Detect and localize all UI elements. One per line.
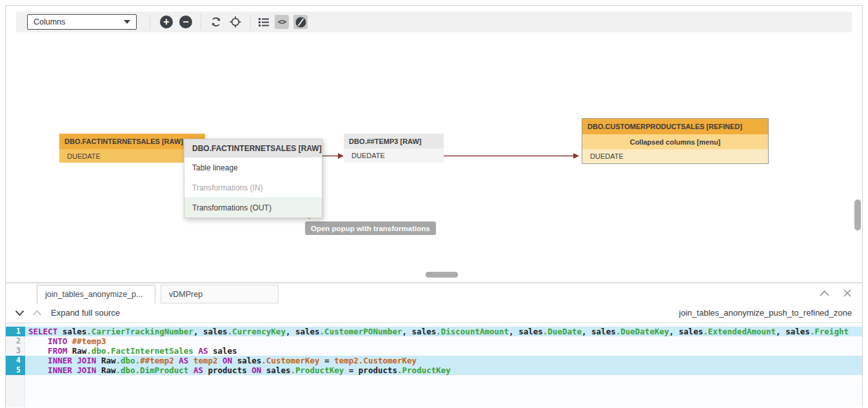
code-token: , sales: [669, 327, 704, 336]
code-token: , sales: [193, 327, 228, 336]
column-row-duedate[interactable]: DUEDATE: [582, 149, 768, 163]
context-menu: DBO.FACTINTERNETSALES [RAW] Table lineag…: [184, 139, 322, 218]
code-line[interactable]: 2 INTO ##temp3: [6, 336, 862, 346]
code-token: SELECT: [28, 327, 63, 336]
code-token: ##temp3: [72, 336, 106, 346]
source-panel: join_tables_anonymize_p... vDMPrep Expan…: [6, 283, 862, 407]
code-token: sales: [213, 346, 237, 356]
menu-item-table-lineage[interactable]: Table lineage: [184, 158, 322, 178]
horizontal-scrollbar-thumb[interactable]: [426, 272, 458, 278]
code-token: [28, 346, 48, 356]
table-node-header[interactable]: DBO.##TEMP3 [RAW]: [344, 134, 444, 148]
code-token: Raw: [101, 365, 116, 375]
code-token: [28, 336, 48, 346]
code-token: =: [320, 356, 335, 365]
code-token: ON: [247, 365, 266, 375]
contrast-icon: [295, 16, 307, 28]
tab-join-tables-anonymize[interactable]: join_tables_anonymize_p...: [37, 285, 155, 303]
code-token: , sales: [286, 327, 320, 336]
menu-item-transformations-out[interactable]: Transformations (OUT): [184, 198, 322, 218]
code-token: .ProductKey: [290, 365, 344, 375]
code-line[interactable]: 5 INNER JOIN Raw.dbo.DimProduct AS produ…: [6, 365, 862, 375]
code-lines: 1SELECT sales.CarrierTrackingNumber, sal…: [6, 323, 862, 375]
line-number: 4: [6, 356, 25, 365]
table-node-temp3[interactable]: DBO.##TEMP3 [RAW] DUEDATE: [344, 134, 444, 163]
menu-item-transformations-in: Transformations (IN): [184, 178, 322, 198]
zoom-out-button[interactable]: −: [179, 15, 193, 29]
close-panel-button[interactable]: [843, 289, 852, 298]
code-token: FROM: [48, 346, 72, 356]
code-text: SELECT sales.CarrierTrackingNumber, sale…: [25, 327, 862, 336]
line-number: 3: [6, 346, 25, 356]
lineage-canvas[interactable]: DBO.FACTINTERNETSALES [RAW] DUEDATE DBO.…: [6, 33, 862, 282]
line-number: 1: [6, 327, 25, 336]
collapsed-columns-menu[interactable]: Collapsed columns [menu]: [582, 134, 768, 149]
code-line[interactable]: 3 FROM Raw.dbo.FactInternetSales AS sale…: [6, 346, 862, 356]
code-token: .Freight: [810, 327, 849, 336]
code-token: Raw: [101, 356, 116, 365]
line-number: 2: [6, 336, 25, 346]
zoom-in-button[interactable]: +: [159, 15, 173, 29]
code-token: .dbo.DimProduct: [115, 365, 188, 375]
tooltip: Open popup with transformations: [305, 221, 436, 235]
code-token: .CustomerKey: [261, 356, 319, 365]
code-text: INNER JOIN Raw.dbo.DimProduct AS product…: [25, 365, 862, 375]
code-token: [28, 356, 48, 365]
code-token: .dbo.: [115, 356, 140, 365]
crosshair-icon: [230, 16, 241, 28]
code-token: sales: [266, 365, 291, 375]
toolbar-separator: [201, 14, 201, 30]
code-token: products: [359, 365, 397, 375]
expand-full-source-link[interactable]: Expand full source: [51, 308, 120, 318]
code-token: .dbo.FactInternetSales: [86, 346, 193, 356]
code-token: .CustomerPONumber: [320, 327, 402, 336]
contrast-toggle-button[interactable]: [293, 15, 308, 29]
sql-source-viewer[interactable]: 1SELECT sales.CarrierTrackingNumber, sal…: [6, 323, 862, 407]
code-token: Raw: [72, 346, 87, 356]
code-token: [28, 365, 48, 375]
code-token: , sales: [776, 327, 810, 336]
table-node-customerproductsales[interactable]: DBO.CUSTOMERPRODUCTSALES [REFINED] Colla…: [582, 118, 769, 164]
chevron-down-icon[interactable]: [15, 310, 25, 316]
code-token: .CarrierTrackingNumber: [86, 327, 193, 336]
code-icon: <>: [278, 17, 286, 26]
source-subbar: Expand full source join_tables_anonymize…: [6, 303, 862, 323]
code-text: FROM Raw.dbo.FactInternetSales AS sales: [25, 346, 862, 356]
code-text: INNER JOIN Raw.dbo.##temp2 AS temp2 ON s…: [25, 356, 862, 365]
code-line[interactable]: 4 INNER JOIN Raw.dbo.##temp2 AS temp2 ON…: [6, 356, 862, 365]
list-view-button[interactable]: [257, 15, 271, 29]
code-text: INTO ##temp3: [25, 336, 862, 346]
code-token: , sales: [402, 327, 437, 336]
code-token: .DiscountAmount: [436, 327, 509, 336]
code-token: .DueDateKey: [616, 327, 669, 336]
code-token: .ProductKey: [397, 365, 451, 375]
code-line[interactable]: 1SELECT sales.CarrierTrackingNumber, sal…: [6, 327, 862, 336]
collapse-panel-button[interactable]: [819, 290, 830, 297]
chevron-down-icon: [124, 20, 130, 24]
chevron-up-icon[interactable]: [32, 310, 42, 316]
columns-dropdown[interactable]: Columns: [27, 14, 137, 30]
code-view-button[interactable]: <>: [275, 15, 289, 29]
code-token: =: [344, 365, 359, 375]
source-name-label: join_tables_anonymize_push_to_refined_zo…: [679, 308, 852, 318]
center-view-button[interactable]: [228, 15, 242, 29]
table-node-header[interactable]: DBO.CUSTOMERPRODUCTSALES [REFINED]: [582, 119, 768, 134]
refresh-button[interactable]: [209, 15, 223, 29]
minus-circle-icon: −: [179, 15, 192, 28]
code-token: ##temp2: [140, 356, 174, 365]
toolbar-separator: [250, 14, 251, 30]
column-row-duedate[interactable]: DUEDATE: [344, 148, 444, 163]
line-number: 5: [6, 365, 25, 375]
code-token: INNER JOIN: [48, 365, 101, 375]
vertical-scrollbar-thumb[interactable]: [854, 199, 861, 230]
code-token: AS: [188, 365, 208, 375]
code-token: .DueDate: [543, 327, 582, 336]
plus-circle-icon: +: [160, 15, 173, 28]
code-token: AS: [174, 356, 193, 365]
code-token: sales: [237, 356, 262, 365]
code-token: AS: [193, 346, 213, 356]
source-tabbar: join_tables_anonymize_p... vDMPrep: [6, 283, 862, 303]
diagram-toolbar: Columns + − <>: [16, 12, 852, 32]
code-token: products: [208, 365, 246, 375]
tab-vdmprep[interactable]: vDMPrep: [161, 285, 279, 303]
